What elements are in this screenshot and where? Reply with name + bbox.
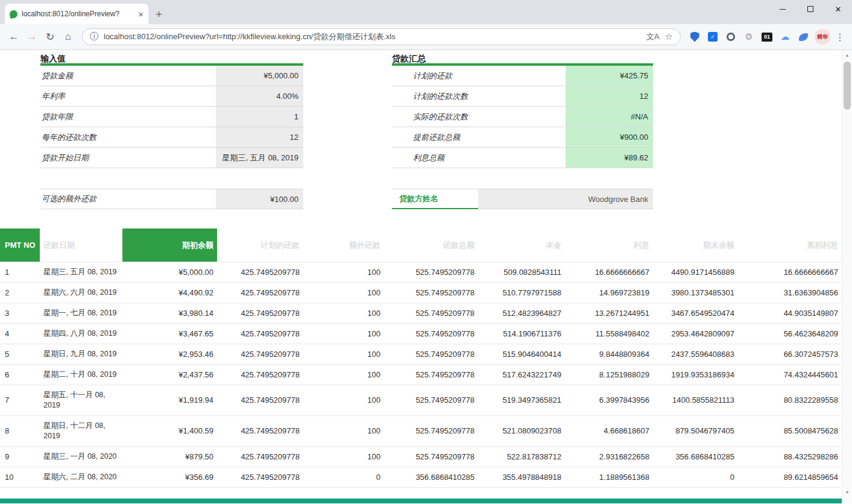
panel-row: 每年的还款次数12 — [40, 127, 303, 148]
table-cell: 16.6666666667 — [565, 262, 653, 282]
table-cell: 1.1889561368 — [565, 467, 653, 487]
browser-menu-icon[interactable]: ⋮ — [833, 28, 847, 46]
field-label: 每年的还款次数 — [40, 127, 216, 147]
column-header: 额外还款 — [303, 228, 384, 262]
column-header: 期末余额 — [653, 228, 738, 262]
table-row: 9星期三, 一月 08, 2020¥879.50425.749520977810… — [0, 446, 842, 467]
panel-row: 年利率4.00% — [40, 86, 303, 107]
table-cell: 9.8448809364 — [565, 344, 653, 364]
table-row: 8星期日, 十二月 08, 2019¥1,400.59425.749520977… — [0, 415, 842, 446]
table-cell: 8.1251988029 — [565, 364, 653, 385]
amortization-header-row: PMT NO还款日期期初余额计划的还款额外还款还款总额本金利息期末余额累积利息 — [0, 228, 842, 262]
browser-window: localhost:8012/onlinePreview? × + ✕ ← → … — [0, 0, 852, 504]
table-cell: 4 — [0, 323, 40, 344]
table-cell: 100 — [303, 364, 384, 385]
table-row: 6星期二, 十月 08, 2019¥2,437.56425.7495209778… — [0, 364, 842, 385]
minimize-button[interactable] — [769, 0, 797, 18]
back-button[interactable]: ← — [5, 28, 23, 46]
tab-close-icon[interactable]: × — [138, 10, 144, 19]
blue-square-extension-icon[interactable]: ✓ — [704, 28, 722, 46]
address-bar[interactable]: ⓘ localhost:8012/onlinePreview?url=http:… — [82, 28, 681, 45]
table-cell: 星期二, 十月 08, 2019 — [40, 364, 122, 385]
browser-tab[interactable]: localhost:8012/onlinePreview? × — [5, 4, 148, 24]
panel-row: 利息总额¥89.62 — [392, 148, 653, 168]
table-cell: 星期三, 一月 08, 2020 — [40, 446, 122, 467]
translate-icon[interactable]: 文A — [646, 31, 660, 42]
table-cell: 7 — [0, 385, 40, 415]
table-cell: 100 — [303, 303, 384, 323]
table-cell: ¥4,490.92 — [122, 282, 217, 303]
reload-button[interactable]: ↻ — [41, 28, 59, 46]
table-cell: 525.7495209778 — [384, 364, 478, 385]
bookmark-star-icon[interactable]: ☆ — [665, 31, 673, 42]
column-header: 利息 — [565, 228, 653, 262]
table-cell: 425.7495209778 — [217, 415, 303, 446]
new-tab-button[interactable]: + — [156, 8, 162, 20]
home-button[interactable]: ⌂ — [59, 28, 77, 46]
table-cell: ¥3,467.65 — [122, 323, 217, 344]
column-header: 还款日期 — [40, 228, 122, 262]
table-cell: ¥2,953.46 — [122, 344, 217, 364]
field-value: 4.00% — [216, 86, 303, 106]
table-cell: 2.9316822658 — [565, 446, 653, 467]
scroll-down-icon[interactable]: ▼ — [842, 487, 852, 497]
table-cell: 85.5008475628 — [738, 415, 842, 446]
gear-icon: ⚙ — [745, 31, 753, 42]
table-cell: 525.7495209778 — [384, 323, 478, 344]
table-row: 7星期五, 十一月 08, 2019¥1,919.94425.749520977… — [0, 385, 842, 415]
table-row: 3星期一, 七月 08, 2019¥3,980.14425.7495209778… — [0, 303, 842, 323]
badge-extension-icon[interactable]: 01 — [758, 28, 776, 46]
panel-row: 贷款金额¥5,000.00 — [40, 66, 303, 86]
input-panel: 输入值 贷款金额¥5,000.00年利率4.00%贷款年限1每年的还款次数12贷… — [40, 53, 303, 209]
table-cell: 2953.4642809097 — [653, 323, 738, 344]
shield-extension-icon[interactable] — [686, 28, 704, 46]
input-panel-rows: 贷款金额¥5,000.00年利率4.00%贷款年限1每年的还款次数12贷款开始日… — [40, 66, 303, 168]
close-button[interactable]: ✕ — [824, 0, 852, 18]
maximize-button[interactable] — [797, 0, 824, 18]
scrollbar-thumb[interactable] — [844, 61, 851, 110]
table-cell: 425.7495209778 — [217, 303, 303, 323]
table-cell: 525.7495209778 — [384, 415, 478, 446]
table-cell: 100 — [303, 262, 384, 282]
table-cell: 6.3997843956 — [565, 385, 653, 415]
cloud-extension-icon[interactable]: ☁ — [776, 28, 794, 46]
table-row: 10星期六, 二月 08, 2020¥356.69425.74952097780… — [0, 467, 842, 487]
window-controls: ✕ — [769, 0, 852, 18]
kkfileview-favicon-icon — [9, 9, 18, 18]
table-cell: 100 — [303, 344, 384, 364]
table-cell: ¥5,000.00 — [122, 262, 217, 282]
spreadsheet-preview: 输入值 贷款金额¥5,000.00年利率4.00%贷款年限1每年的还款次数12贷… — [0, 50, 852, 503]
scroll-up-icon[interactable]: ▲ — [842, 50, 852, 60]
field-value: #N/A — [566, 107, 653, 127]
column-header: 本金 — [478, 228, 565, 262]
vertical-scrollbar[interactable]: ▲ ▼ — [842, 50, 852, 503]
ring-icon — [727, 33, 735, 41]
forward-button[interactable]: → — [23, 28, 41, 46]
browser-toolbar: ← → ↻ ⌂ ⓘ localhost:8012/onlinePreview?u… — [0, 24, 852, 50]
summary-panel-title: 贷款汇总 — [392, 53, 653, 66]
field-label: 计划的还款次数 — [392, 86, 566, 106]
field-label: 计划的还款 — [392, 66, 566, 86]
ring-extension-icon[interactable] — [722, 28, 740, 46]
profile-avatar[interactable]: 精华 — [815, 29, 830, 45]
table-cell: 56.4623648209 — [738, 323, 842, 344]
table-cell: ¥1,919.94 — [122, 385, 217, 415]
table-cell: 100 — [303, 385, 384, 415]
cloud-icon: ☁ — [781, 31, 790, 42]
table-cell: ¥3,980.14 — [122, 303, 217, 323]
table-cell: 66.3072457573 — [738, 344, 842, 364]
table-cell: 3 — [0, 303, 40, 323]
gray-extension-icon[interactable]: ⚙ — [740, 28, 758, 46]
table-cell: 525.7495209778 — [384, 446, 478, 467]
table-cell: 9 — [0, 446, 40, 467]
table-cell: 510.7797971588 — [478, 282, 565, 303]
table-cell: 星期六, 二月 08, 2020 — [40, 467, 122, 487]
field-label: 利息总额 — [392, 148, 566, 168]
table-cell: 525.7495209778 — [384, 344, 478, 364]
lender-row: 贷款方姓名 Woodgrove Bank — [392, 189, 653, 209]
table-cell: 0 — [303, 467, 384, 487]
field-value: 星期三, 五月 08, 2019 — [216, 148, 303, 168]
page-info-icon[interactable]: ⓘ — [90, 31, 98, 42]
bird-extension-icon[interactable] — [794, 28, 812, 46]
url-text[interactable]: localhost:8012/onlinePreview?url=http://… — [104, 31, 641, 42]
